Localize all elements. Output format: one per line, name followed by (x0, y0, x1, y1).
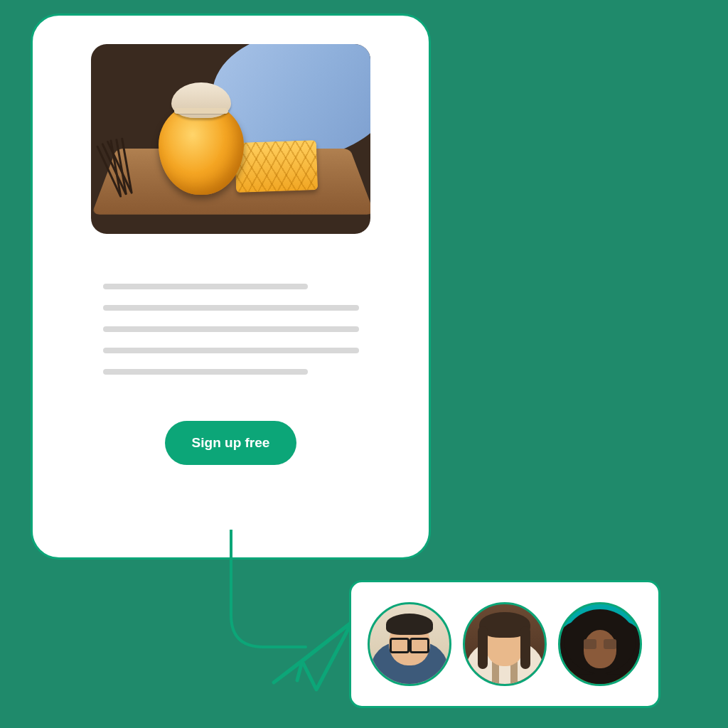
placeholder-line (103, 369, 308, 375)
subscriber-avatar (463, 602, 547, 686)
placeholder-text-block (103, 284, 359, 375)
subscriber-avatar (368, 602, 451, 686)
placeholder-line (103, 305, 359, 311)
subscribers-card (349, 580, 660, 708)
subscriber-avatar (558, 602, 642, 686)
hero-image (91, 44, 370, 234)
signup-button[interactable]: Sign up free (165, 421, 297, 465)
placeholder-line (103, 284, 308, 289)
placeholder-line (103, 348, 359, 353)
placeholder-line (103, 326, 359, 332)
signup-card: Sign up free (31, 14, 431, 560)
